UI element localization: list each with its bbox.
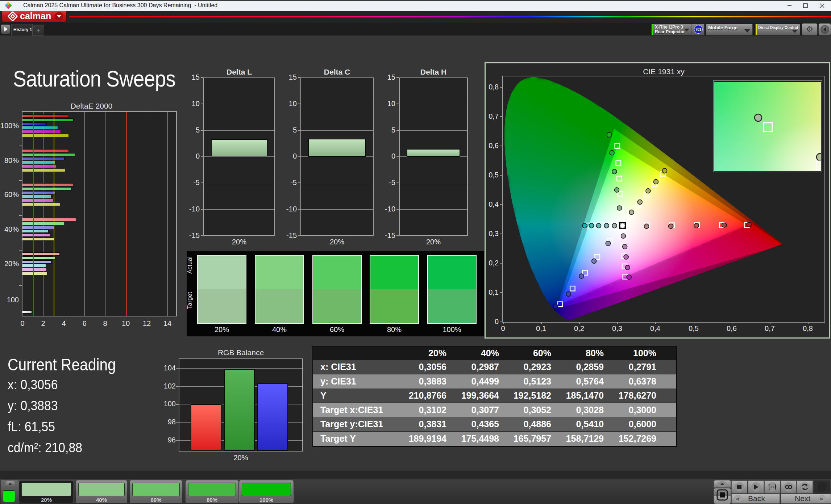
svg-text:«: « [736,496,739,502]
svg-text:»: » [820,496,823,502]
svg-text:Back: Back [748,494,765,503]
svg-text:calman: calman [20,11,51,21]
svg-text:Next: Next [795,494,810,503]
